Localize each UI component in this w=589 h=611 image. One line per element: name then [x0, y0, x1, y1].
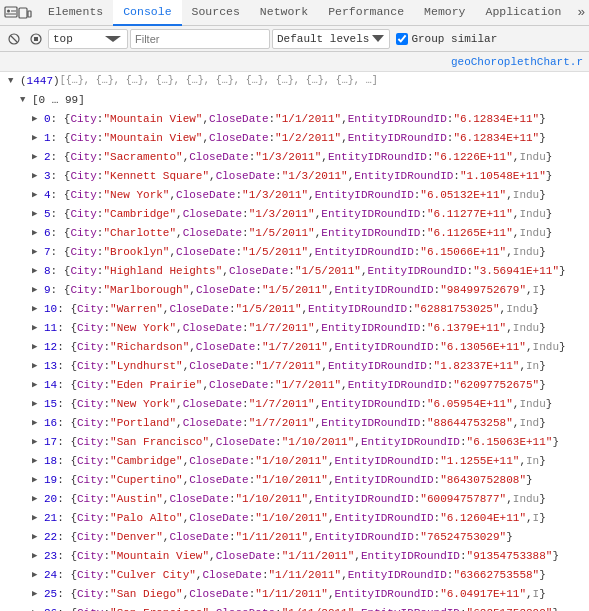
- table-row[interactable]: 16: {City: "Portland", CloseDate: "1/7/2…: [0, 414, 589, 433]
- row-toggle[interactable]: [32, 434, 44, 450]
- row-toggle[interactable]: [32, 453, 44, 469]
- file-reference-bar: geoChoroplethChart.r: [0, 52, 589, 72]
- svg-rect-9: [34, 37, 38, 41]
- row-toggle[interactable]: [32, 377, 44, 393]
- row-toggle[interactable]: [32, 396, 44, 412]
- console-output[interactable]: (1447) [{…}, {…}, {…}, {…}, {…}, {…}, {……: [0, 72, 589, 611]
- table-row[interactable]: 17: {City: "San Francisco", CloseDate: "…: [0, 433, 589, 452]
- table-row[interactable]: 22: {City: "Denver", CloseDate: "1/11/20…: [0, 528, 589, 547]
- row-toggle[interactable]: [32, 472, 44, 488]
- row-toggle[interactable]: [32, 510, 44, 526]
- row-toggle[interactable]: [32, 301, 44, 317]
- row-toggle[interactable]: [32, 415, 44, 431]
- row-toggle[interactable]: [32, 206, 44, 222]
- subarray-line[interactable]: [0 … 99]: [0, 91, 589, 110]
- table-row[interactable]: 26: {City: "San Francisco", CloseDate: "…: [0, 604, 589, 611]
- table-row[interactable]: 2: {City: "Sacramento", CloseDate: "1/3/…: [0, 148, 589, 167]
- row-toggle[interactable]: [32, 282, 44, 298]
- table-row[interactable]: 6: {City: "Charlotte", CloseDate: "1/5/2…: [0, 224, 589, 243]
- svg-rect-4: [19, 8, 27, 18]
- svg-marker-10: [105, 36, 121, 42]
- row-toggle[interactable]: [32, 529, 44, 545]
- table-row[interactable]: 11: {City: "New York", CloseDate: "1/7/2…: [0, 319, 589, 338]
- row-toggle[interactable]: [32, 320, 44, 336]
- svg-point-1: [7, 9, 10, 12]
- stop-icon[interactable]: [26, 29, 46, 49]
- table-row[interactable]: 15: {City: "New York", CloseDate: "1/7/2…: [0, 395, 589, 414]
- row-toggle[interactable]: [32, 605, 44, 611]
- table-row[interactable]: 9: {City: "Marlborough", CloseDate: "1/5…: [0, 281, 589, 300]
- tab-memory[interactable]: Memory: [414, 0, 475, 26]
- tabs-bar: Elements Console Sources Network Perform…: [0, 0, 589, 26]
- table-row[interactable]: 0: {City: "Mountain View", CloseDate: "1…: [0, 110, 589, 129]
- table-row[interactable]: 21: {City: "Palo Alto", CloseDate: "1/10…: [0, 509, 589, 528]
- table-row[interactable]: 7: {City: "Brooklyn", CloseDate: "1/5/20…: [0, 243, 589, 262]
- file-reference-link[interactable]: geoChoroplethChart.r: [451, 56, 583, 68]
- inspect-icon[interactable]: [4, 2, 18, 24]
- table-row[interactable]: 4: {City: "New York", CloseDate: "1/3/20…: [0, 186, 589, 205]
- group-similar-wrapper: Group similar: [396, 33, 497, 45]
- table-row[interactable]: 1: {City: "Mountain View", CloseDate: "1…: [0, 129, 589, 148]
- row-toggle[interactable]: [32, 244, 44, 260]
- clear-console-icon[interactable]: [4, 29, 24, 49]
- row-toggle[interactable]: [32, 586, 44, 602]
- tab-sources[interactable]: Sources: [182, 0, 250, 26]
- root-toggle[interactable]: [8, 73, 20, 89]
- table-row[interactable]: 12: {City: "Richardson", CloseDate: "1/7…: [0, 338, 589, 357]
- tab-application[interactable]: Application: [476, 0, 572, 26]
- row-toggle[interactable]: [32, 168, 44, 184]
- filter-input[interactable]: [135, 33, 265, 45]
- row-toggle[interactable]: [32, 111, 44, 127]
- svg-marker-11: [372, 35, 384, 42]
- table-row[interactable]: 5: {City: "Cambridge", CloseDate: "1/3/2…: [0, 205, 589, 224]
- svg-rect-5: [28, 11, 31, 17]
- row-toggle[interactable]: [32, 491, 44, 507]
- table-row[interactable]: 3: {City: "Kennett Square", CloseDate: "…: [0, 167, 589, 186]
- console-toolbar: top Default levels Group similar: [0, 26, 589, 52]
- tab-performance[interactable]: Performance: [318, 0, 414, 26]
- tab-console[interactable]: Console: [113, 0, 181, 26]
- tab-network[interactable]: Network: [250, 0, 318, 26]
- table-row[interactable]: 23: {City: "Mountain View", CloseDate: "…: [0, 547, 589, 566]
- row-toggle[interactable]: [32, 358, 44, 374]
- table-row[interactable]: 8: {City: "Highland Heights", CloseDate:…: [0, 262, 589, 281]
- context-selector[interactable]: top: [48, 29, 128, 49]
- row-toggle[interactable]: [32, 567, 44, 583]
- row-toggle[interactable]: [32, 130, 44, 146]
- group-similar-label[interactable]: Group similar: [411, 33, 497, 45]
- row-toggle[interactable]: [32, 263, 44, 279]
- data-rows-container: 0: {City: "Mountain View", CloseDate: "1…: [0, 110, 589, 611]
- tabs-overflow-button[interactable]: »: [571, 5, 589, 20]
- svg-line-7: [11, 36, 17, 42]
- device-icon[interactable]: [18, 2, 32, 24]
- table-row[interactable]: 19: {City: "Cupertino", CloseDate: "1/10…: [0, 471, 589, 490]
- table-row[interactable]: 24: {City: "Culver City", CloseDate: "1/…: [0, 566, 589, 585]
- group-similar-checkbox[interactable]: [396, 33, 408, 45]
- log-level-selector[interactable]: Default levels: [272, 29, 390, 49]
- row-toggle[interactable]: [32, 149, 44, 165]
- row-toggle[interactable]: [32, 187, 44, 203]
- table-row[interactable]: 25: {City: "San Diego", CloseDate: "1/11…: [0, 585, 589, 604]
- row-toggle[interactable]: [32, 225, 44, 241]
- svg-rect-0: [5, 7, 17, 17]
- row-toggle[interactable]: [32, 548, 44, 564]
- table-row[interactable]: 18: {City: "Cambridge", CloseDate: "1/10…: [0, 452, 589, 471]
- tab-elements[interactable]: Elements: [38, 0, 113, 26]
- table-row[interactable]: 13: {City: "Lyndhurst", CloseDate: "1/7/…: [0, 357, 589, 376]
- table-row[interactable]: 14: {City: "Eden Prairie", CloseDate: "1…: [0, 376, 589, 395]
- subarray-toggle[interactable]: [20, 92, 32, 108]
- table-row[interactable]: 20: {City: "Austin", CloseDate: "1/10/20…: [0, 490, 589, 509]
- table-row[interactable]: 10: {City: "Warren", CloseDate: "1/5/201…: [0, 300, 589, 319]
- row-toggle[interactable]: [32, 339, 44, 355]
- root-array-line[interactable]: (1447) [{…}, {…}, {…}, {…}, {…}, {…}, {……: [0, 72, 589, 91]
- filter-input-wrapper: [130, 29, 270, 49]
